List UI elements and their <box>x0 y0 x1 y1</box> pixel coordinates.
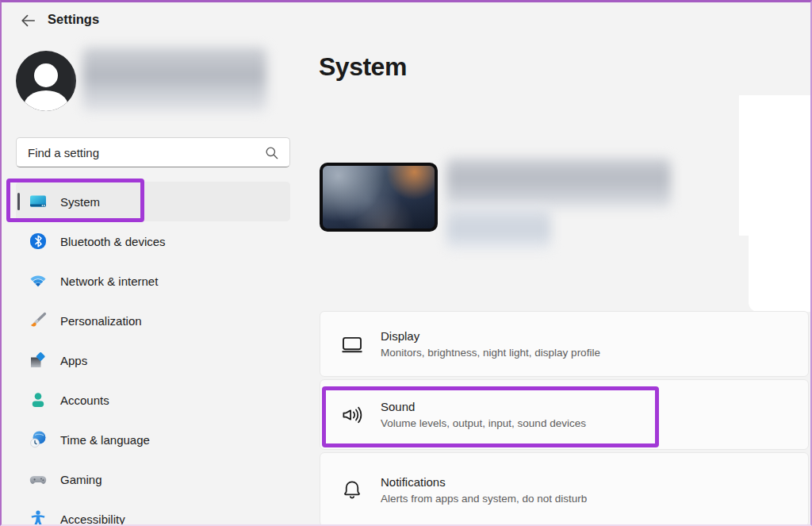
sidebar-item-label: Accounts <box>60 394 109 407</box>
blurred-device-name <box>446 158 671 209</box>
apps-icon <box>29 351 48 370</box>
sidebar-item-time-language[interactable]: Time & language <box>16 420 290 459</box>
globe-clock-icon <box>29 430 48 449</box>
speaker-icon <box>340 403 364 427</box>
search-input[interactable] <box>17 138 289 167</box>
card-subtitle: Monitors, brightness, night light, displ… <box>381 347 600 359</box>
sidebar-item-label: Personalization <box>60 314 142 328</box>
page-title: System <box>319 52 407 82</box>
system-laptop-icon <box>29 192 48 211</box>
card-subtitle: Alerts from apps and system, do not dist… <box>381 493 587 505</box>
sidebar-item-accounts[interactable]: Accounts <box>16 380 290 420</box>
sidebar-item-label: Bluetooth & devices <box>60 235 166 248</box>
card-title: Notifications <box>381 475 587 489</box>
device-wallpaper-thumbnail <box>320 163 438 232</box>
sidebar-item-label: System <box>60 195 100 209</box>
card-sound[interactable]: Sound Volume levels, output, input, soun… <box>320 379 809 450</box>
sidebar-item-personalization[interactable]: Personalization <box>16 301 290 340</box>
bluetooth-icon <box>29 232 48 251</box>
card-title: Sound <box>381 400 586 413</box>
monitor-icon <box>340 332 364 356</box>
paintbrush-icon <box>29 311 48 330</box>
window-title: Settings <box>48 12 99 27</box>
sidebar-item-apps[interactable]: Apps <box>16 340 290 380</box>
sidebar-item-bluetooth-devices[interactable]: Bluetooth & devices <box>16 221 290 261</box>
user-avatar[interactable] <box>16 51 76 111</box>
search-icon <box>264 145 280 161</box>
sidebar-item-gaming[interactable]: Gaming <box>16 459 290 499</box>
sidebar-item-label: Accessibility <box>60 513 125 526</box>
sidebar-item-label: Apps <box>60 354 87 367</box>
back-arrow-icon <box>19 12 36 29</box>
selection-accent-pill <box>17 193 20 210</box>
avatar-person-icon <box>34 63 58 87</box>
sidebar-nav: System Bluetooth & devices Network & int… <box>16 182 290 526</box>
blurred-user-name <box>82 48 266 111</box>
bell-icon <box>340 478 364 501</box>
card-notifications[interactable]: Notifications Alerts from apps and syste… <box>320 452 809 526</box>
sidebar-item-label: Time & language <box>60 433 150 447</box>
sidebar-item-system[interactable]: System <box>16 182 290 221</box>
wifi-icon <box>29 271 48 290</box>
back-button[interactable] <box>16 10 40 31</box>
redacted-white-block <box>749 236 810 312</box>
blurred-device-link <box>446 207 551 250</box>
card-title: Display <box>381 329 600 343</box>
accounts-person-icon <box>29 390 48 409</box>
sidebar-item-label: Gaming <box>60 473 102 486</box>
settings-window: Settings System <box>0 0 812 526</box>
sidebar-item-label: Network & internet <box>60 275 158 288</box>
search-box <box>16 137 290 167</box>
sidebar-item-network-internet[interactable]: Network & internet <box>16 261 290 301</box>
sidebar-item-accessibility[interactable]: Accessibility <box>16 499 290 526</box>
accessibility-person-icon <box>29 509 48 526</box>
redacted-white-block <box>739 95 810 236</box>
card-display[interactable]: Display Monitors, brightness, night ligh… <box>320 311 809 377</box>
gamepad-icon <box>29 470 48 489</box>
card-subtitle: Volume levels, output, input, sound devi… <box>381 417 586 429</box>
